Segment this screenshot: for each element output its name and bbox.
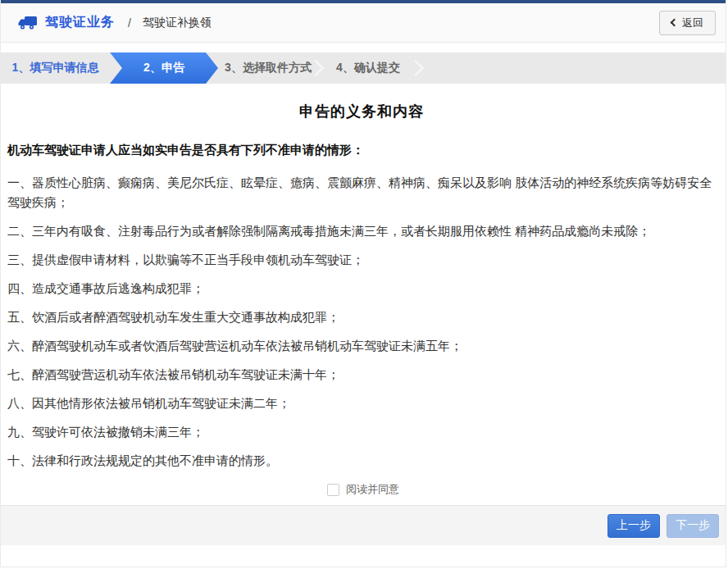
condition-item: 七、醉酒驾驶营运机动车依法被吊销机动车驾驶证未满十年； bbox=[7, 365, 716, 385]
chevron-left-icon bbox=[671, 19, 679, 27]
truck-icon bbox=[17, 14, 39, 32]
condition-item: 二、三年内有吸食、注射毒品行为或者解除强制隔离戒毒措施未满三年，或者长期服用依赖… bbox=[7, 221, 716, 241]
next-step-button[interactable]: 下一步 bbox=[667, 514, 719, 538]
condition-item: 九、驾驶许可依法被撤销未满三年； bbox=[7, 422, 716, 442]
page: 驾驶证业务 / 驾驶证补换领 返回 1、填写申请信息 2、申告 3、选择取件方式… bbox=[0, 0, 726, 567]
header: 驾驶证业务 / 驾驶证补换领 返回 bbox=[1, 3, 726, 43]
agree-row: 阅读并同意 bbox=[1, 482, 726, 497]
breadcrumb-separator: / bbox=[128, 16, 131, 30]
section-title: 申告的义务和内容 bbox=[7, 102, 716, 121]
prev-step-button[interactable]: 上一步 bbox=[607, 514, 660, 538]
footer-actions: 上一步 下一步 bbox=[1, 505, 726, 545]
condition-item: 八、因其他情形依法被吊销机动车驾驶证未满二年； bbox=[7, 394, 716, 413]
back-button-label: 返回 bbox=[682, 16, 703, 30]
wizard-step-label: 1、填写申请信息 bbox=[12, 61, 99, 75]
wizard-step: 2、申告 bbox=[110, 52, 218, 84]
wizard-step-label: 2、申告 bbox=[143, 61, 184, 75]
wizard-step: 3、选择取件方式 bbox=[218, 52, 318, 84]
brand: 驾驶证业务 / 驾驶证补换领 bbox=[17, 14, 212, 32]
condition-item: 一、器质性心脏病、癫痫病、美尼尔氏症、眩晕症、癔病、震颤麻痹、精神病、痴呆以及影… bbox=[7, 173, 716, 212]
page-title: 驾驶证业务 bbox=[45, 14, 115, 31]
condition-item: 四、造成交通事故后逃逸构成犯罪； bbox=[7, 279, 716, 298]
wizard-step-label: 3、选择取件方式 bbox=[225, 61, 312, 75]
condition-item: 六、醉酒驾驶机动车或者饮酒后驾驶营运机动车依法被吊销机动车驾驶证未满五年； bbox=[7, 336, 716, 356]
breadcrumb: 驾驶证补换领 bbox=[143, 16, 212, 30]
agree-label: 阅读并同意 bbox=[346, 482, 399, 497]
condition-item: 五、饮酒后或者醉酒驾驶机动车发生重大交通事故构成犯罪； bbox=[7, 307, 716, 327]
condition-item: 十、法律和行政法规规定的其他不准申请的情形。 bbox=[7, 451, 716, 471]
condition-list: 一、器质性心脏病、癫痫病、美尼尔氏症、眩晕症、癔病、震颤麻痹、精神病、痴呆以及影… bbox=[7, 173, 716, 471]
intro-statement: 机动车驾驶证申请人应当如实申告是否具有下列不准申请的情形： bbox=[7, 143, 716, 158]
wizard-step: 1、填写申请信息 bbox=[1, 52, 110, 84]
step-wizard: 1、填写申请信息 2、申告 3、选择取件方式 4、确认提交 bbox=[1, 52, 726, 84]
wizard-step-label: 4、确认提交 bbox=[336, 61, 400, 75]
main-content: 申告的义务和内容 机动车驾驶证申请人应当如实申告是否具有下列不准申请的情形： 一… bbox=[1, 84, 726, 471]
back-button[interactable]: 返回 bbox=[659, 11, 716, 35]
agree-checkbox[interactable] bbox=[327, 484, 339, 496]
wizard-step: 4、确认提交 bbox=[318, 52, 418, 84]
condition-item: 三、提供虚假申请材料，以欺骗等不正当手段申领机动车驾驶证； bbox=[7, 250, 716, 270]
